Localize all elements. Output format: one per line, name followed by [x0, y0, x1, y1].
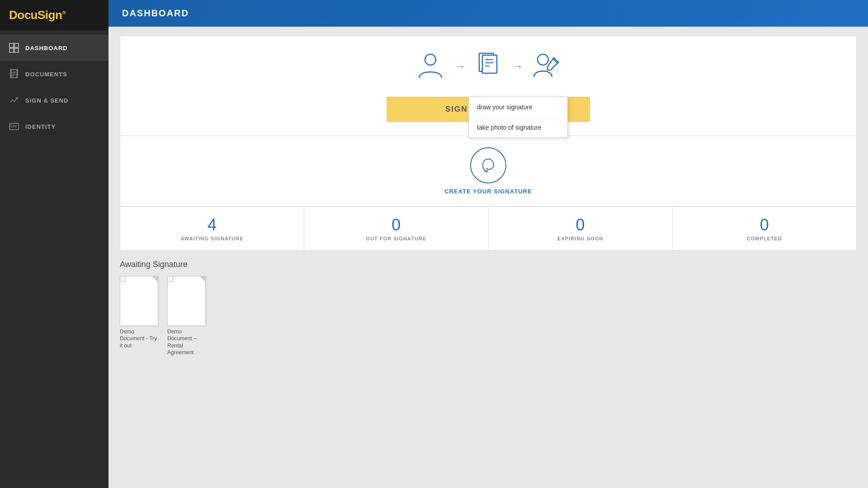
svg-point-19: [538, 54, 548, 65]
sidebar-item-identity[interactable]: IDENTITY: [0, 113, 108, 140]
svg-rect-1: [14, 43, 19, 47]
svg-rect-15: [482, 55, 497, 73]
page-header: DASHBOARD: [108, 0, 868, 27]
sidebar-item-sign-send[interactable]: SIGN & SEND: [0, 87, 108, 113]
stat-awaiting-number: 4: [129, 216, 295, 234]
document-grid: Demo Document - Try it out Demo Document…: [120, 276, 857, 357]
sidebar-item-label-identity: IDENTITY: [25, 123, 56, 130]
photo-signature-item[interactable]: take photo of signature: [469, 117, 567, 137]
stat-expiring-label: EXPIRING SOON: [498, 236, 663, 241]
awaiting-title: Awaiting Signature: [120, 260, 857, 269]
main-content: DASHBOARD →: [108, 0, 868, 488]
stat-out-label: OUT FOR SIGNATURE: [313, 236, 479, 241]
stat-out-number: 0: [313, 216, 479, 234]
logo-part1: Docu: [9, 8, 38, 22]
page-title: DASHBOARD: [122, 8, 189, 18]
logo-dot: ®: [62, 10, 66, 15]
documents-icon: [9, 69, 19, 79]
list-item[interactable]: Demo Document – Rental Agreement: [167, 276, 208, 357]
stat-completed-number: 0: [682, 216, 847, 234]
sidebar-item-dashboard[interactable]: DASHBOARD: [0, 35, 108, 61]
svg-rect-2: [9, 48, 14, 52]
doc-corner-1: [120, 277, 126, 282]
logo-container: DocuSign®: [0, 0, 108, 30]
person-icon: [415, 50, 446, 83]
workflow-icons: → →: [415, 50, 562, 83]
sign-button-container: SIGN A DOCUMENT draw your signature take…: [387, 97, 590, 122]
doc-corner-2: [168, 277, 173, 282]
dashboard-icon: [9, 43, 19, 53]
sign-dropdown-menu: draw your signature take photo of signat…: [468, 97, 568, 138]
stat-awaiting[interactable]: 4 AWAITING SIGNATURE: [120, 207, 304, 250]
main-card: → →: [120, 36, 857, 251]
svg-rect-10: [11, 125, 14, 127]
doc-thumbnail-1: [120, 276, 158, 326]
sidebar: DocuSign® DASHBOARD: [0, 0, 108, 488]
sidebar-nav: DASHBOARD DOCUMENTS: [0, 35, 108, 140]
list-item[interactable]: Demo Document - Try it out: [120, 276, 160, 357]
stat-awaiting-label: AWAITING SIGNATURE: [129, 236, 295, 241]
arrow-right-2-icon: →: [511, 59, 524, 74]
doc-name-1: Demo Document - Try it out: [120, 328, 160, 350]
sidebar-item-documents[interactable]: DOCUMENTS: [0, 61, 108, 87]
stat-completed[interactable]: 0 COMPLETED: [673, 207, 856, 250]
draw-signature-item[interactable]: draw your signature: [469, 97, 567, 117]
workflow-section: → →: [120, 36, 856, 136]
sidebar-item-label-sign-send: SIGN & SEND: [25, 97, 69, 104]
sign-icon: [530, 50, 562, 83]
sign-send-icon: [9, 95, 19, 105]
logo-part2: Sign: [38, 8, 62, 22]
signature-circle[interactable]: [470, 147, 506, 183]
stat-expiring-number: 0: [498, 216, 663, 234]
signature-section: CREATE YOUR SIGNATURE: [120, 136, 856, 206]
document-icon: [472, 50, 504, 83]
svg-rect-0: [9, 43, 14, 47]
logo: DocuSign®: [9, 8, 66, 22]
sidebar-item-label-documents: DOCUMENTS: [25, 71, 67, 78]
identity-icon: [9, 122, 19, 131]
doc-thumbnail-2: [167, 276, 206, 326]
svg-rect-3: [14, 48, 19, 52]
awaiting-section: Awaiting Signature Demo Document - Try i…: [120, 260, 857, 357]
stat-expiring[interactable]: 0 EXPIRING SOON: [489, 207, 673, 250]
create-signature-label[interactable]: CREATE YOUR SIGNATURE: [444, 188, 532, 195]
stat-out-for-signature[interactable]: 0 OUT FOR SIGNATURE: [304, 207, 488, 250]
stat-completed-label: COMPLETED: [682, 236, 847, 241]
doc-name-2: Demo Document – Rental Agreement: [167, 328, 208, 357]
arrow-right-1-icon: →: [453, 59, 466, 74]
sidebar-item-label-dashboard: DASHBOARD: [25, 45, 68, 52]
content-area: → →: [108, 27, 868, 488]
svg-point-13: [425, 54, 436, 65]
stats-row: 4 AWAITING SIGNATURE 0 OUT FOR SIGNATURE…: [120, 206, 856, 250]
